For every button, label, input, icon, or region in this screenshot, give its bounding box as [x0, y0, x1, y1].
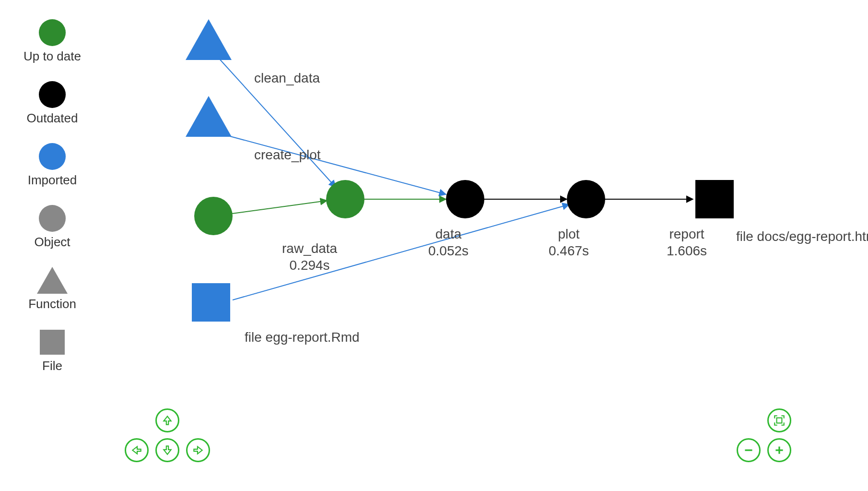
svg-rect-0 [777, 418, 782, 423]
legend-label-outdated: Outdated [27, 111, 78, 126]
node-plot[interactable] [446, 180, 484, 218]
arrow-right-icon [192, 444, 204, 456]
legend-function: Function [12, 267, 93, 311]
arrow-left-icon [130, 444, 143, 456]
legend-label-imported: Imported [28, 173, 77, 188]
pan-down-button[interactable] [155, 438, 179, 462]
legend: Up to date Outdated Imported Object Func… [12, 19, 93, 373]
zoom-fit-button[interactable] [767, 408, 791, 432]
legend-file: File [12, 329, 93, 373]
fit-icon [773, 414, 786, 427]
node-create-plot[interactable] [186, 96, 232, 137]
node-raw-data[interactable] [194, 197, 233, 235]
arrow-up-icon [161, 414, 174, 427]
zoom-controls [737, 403, 791, 462]
legend-label-file: File [42, 359, 62, 373]
legend-imported: Imported [12, 143, 93, 188]
legend-label-object: Object [34, 235, 70, 250]
node-report[interactable] [567, 180, 605, 218]
pan-controls [125, 403, 210, 462]
label-create-plot: create_plot [254, 146, 321, 163]
zoom-in-button[interactable] [767, 438, 791, 462]
label-file-html: file docs/egg-report.html [736, 228, 868, 245]
plus-icon [773, 444, 786, 456]
minus-icon [742, 444, 755, 456]
label-report: report 1.606s [667, 226, 707, 259]
node-data[interactable] [326, 180, 364, 218]
legend-object: Object [12, 205, 93, 250]
legend-up-to-date: Up to date [12, 19, 93, 64]
label-file-rmd: file egg-report.Rmd [245, 329, 360, 346]
legend-label-up-to-date: Up to date [23, 49, 81, 64]
node-file-html[interactable] [695, 180, 734, 218]
pan-right-button[interactable] [186, 438, 210, 462]
label-plot: plot 0.467s [549, 226, 589, 259]
arrow-down-icon [161, 444, 174, 456]
legend-label-function: Function [28, 297, 76, 311]
pan-up-button[interactable] [155, 408, 179, 432]
label-raw-data: raw_data 0.294s [282, 240, 337, 274]
label-data: data 0.052s [428, 226, 469, 259]
node-file-rmd[interactable] [192, 283, 230, 322]
zoom-out-button[interactable] [737, 438, 761, 462]
edge-raw-data-to-data [232, 201, 327, 214]
node-clean-data[interactable] [186, 19, 232, 60]
label-clean-data: clean_data [254, 70, 320, 86]
pan-left-button[interactable] [125, 438, 149, 462]
legend-outdated: Outdated [12, 81, 93, 126]
